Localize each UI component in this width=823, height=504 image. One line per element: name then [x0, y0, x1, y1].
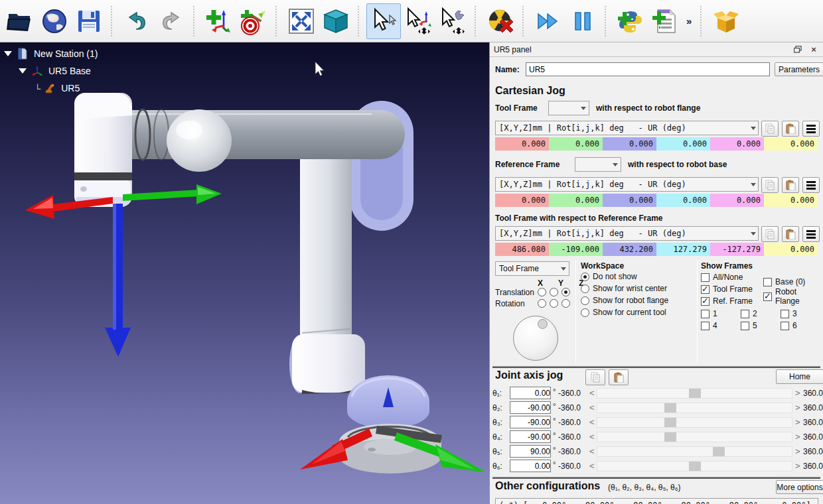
pose-x-value[interactable]: 486.080 — [495, 243, 549, 256]
jog-plus-arrow[interactable]: > — [795, 461, 800, 471]
pose-rz-value[interactable]: 0.000 — [764, 137, 818, 151]
pose-y-value[interactable]: -109.000 — [549, 243, 603, 256]
add-python-program-button[interactable] — [613, 3, 648, 39]
slider-handle[interactable] — [664, 418, 676, 427]
slider-handle[interactable] — [664, 432, 676, 442]
tree-item-label[interactable]: UR5 Base — [48, 66, 91, 76]
move-reference-frame-button[interactable] — [401, 3, 435, 39]
pose-rx-value[interactable]: 127.279 — [656, 243, 710, 256]
paste-pose-button[interactable] — [782, 226, 799, 242]
tree-item-station[interactable]: New Station (1) — [0, 45, 98, 62]
checkbox-icon[interactable] — [701, 310, 710, 318]
pose-menu-button[interactable] — [802, 177, 820, 193]
reference-frame-select[interactable] — [575, 157, 621, 172]
translation-y-radio[interactable] — [550, 288, 558, 296]
show-frames-checkbox[interactable]: Base (0) — [763, 276, 805, 288]
checkbox-icon[interactable] — [741, 310, 749, 318]
copy-pose-button[interactable] — [761, 226, 779, 242]
workspace-option[interactable]: Do not show — [581, 271, 695, 283]
pose-ry-value[interactable]: 0.000 — [710, 194, 764, 207]
radio-icon[interactable] — [581, 296, 589, 305]
jog-frame-select[interactable]: Tool Frame — [495, 261, 569, 276]
joint-slider[interactable] — [597, 417, 792, 428]
radio-icon[interactable] — [581, 284, 589, 293]
tool-frame-select[interactable] — [548, 101, 589, 115]
pose-x-value[interactable]: 0.000 — [495, 194, 549, 207]
joint-slider[interactable] — [597, 432, 792, 442]
open-button[interactable] — [3, 3, 37, 39]
translation-x-radio[interactable] — [538, 288, 546, 296]
pose-rx-value[interactable]: 0.000 — [656, 137, 710, 151]
pose-y-value[interactable]: 0.000 — [549, 194, 603, 207]
jog-minus-arrow[interactable]: < — [589, 403, 595, 412]
show-frames-checkbox[interactable]: All/None — [701, 271, 743, 283]
checkbox-icon[interactable] — [701, 273, 710, 282]
3d-viewport[interactable]: New Station (1) UR5 Base └ UR5 — [0, 42, 489, 504]
pose-ry-value[interactable]: 0.000 — [710, 137, 764, 151]
paste-pose-button[interactable] — [782, 121, 799, 137]
select-button[interactable] — [366, 3, 401, 39]
rotation-z-radio[interactable] — [561, 299, 570, 308]
joint-4-input[interactable] — [510, 430, 551, 443]
jog-plus-arrow[interactable]: > — [795, 446, 800, 456]
show-frames-checkbox[interactable]: 4 — [701, 320, 717, 332]
radio-icon[interactable] — [581, 308, 589, 317]
rotation-y-radio[interactable] — [550, 299, 558, 308]
checkbox-icon[interactable] — [701, 285, 710, 294]
pose-rz-value[interactable]: 0.000 — [764, 194, 818, 207]
jog-minus-arrow[interactable]: < — [589, 446, 595, 456]
show-frames-checkbox[interactable]: Tool Frame — [701, 283, 753, 295]
paste-pose-button[interactable] — [782, 177, 799, 193]
pose-y-value[interactable]: 0.000 — [549, 137, 603, 151]
pose-rz-value[interactable]: 0.000 — [764, 243, 818, 256]
close-panel-icon[interactable]: × — [808, 45, 819, 54]
more-options-button[interactable]: More options — [776, 480, 823, 494]
jog-plus-arrow[interactable]: > — [795, 417, 800, 427]
show-frames-checkbox[interactable]: Robot Flange — [763, 290, 822, 302]
workspace-option[interactable]: Show for current tool — [581, 306, 695, 318]
joint-slider[interactable] — [597, 403, 792, 413]
redo-button[interactable] — [154, 3, 188, 39]
joint-slider[interactable] — [597, 388, 792, 399]
tree-item-ur5[interactable]: └ UR5 — [0, 80, 98, 97]
joint-slider[interactable] — [597, 461, 792, 472]
show-frames-checkbox[interactable]: 1 — [701, 308, 717, 320]
float-panel-icon[interactable] — [792, 45, 803, 54]
slider-handle[interactable] — [664, 403, 676, 412]
show-frames-checkbox[interactable]: 6 — [781, 320, 797, 332]
section-splitter[interactable] — [492, 477, 820, 479]
checkbox-icon[interactable] — [701, 322, 710, 330]
home-button[interactable]: Home — [776, 369, 823, 384]
checkbox-icon[interactable] — [781, 310, 789, 318]
checkbox-icon[interactable] — [741, 322, 749, 330]
name-input[interactable] — [526, 62, 770, 76]
tree-item-ur5-base[interactable]: UR5 Base — [0, 62, 98, 80]
checkbox-icon[interactable] — [781, 322, 789, 330]
collapse-arrow-icon[interactable] — [19, 68, 27, 74]
jog-minus-arrow[interactable]: < — [589, 461, 595, 471]
jog-plus-arrow[interactable]: > — [795, 403, 800, 412]
tree-item-label[interactable]: New Station (1) — [34, 48, 98, 59]
pose-menu-button[interactable] — [802, 121, 820, 137]
slider-handle[interactable] — [689, 389, 701, 398]
toolbar-overflow-button[interactable]: » — [682, 15, 696, 27]
pose-z-value[interactable]: 0.000 — [603, 137, 656, 151]
parameters-button[interactable]: Parameters — [775, 62, 823, 76]
checkbox-icon[interactable] — [763, 292, 772, 301]
move-tool-button[interactable] — [435, 3, 470, 39]
pose-ry-value[interactable]: -127.279 — [710, 243, 764, 256]
radio-icon[interactable] — [581, 273, 589, 281]
pose-menu-button[interactable] — [802, 226, 820, 242]
jog-plus-arrow[interactable]: > — [795, 388, 800, 398]
fast-simulation-button[interactable] — [531, 3, 565, 39]
fit-view-button[interactable] — [284, 3, 319, 39]
slider-handle[interactable] — [713, 447, 725, 456]
joint-6-input[interactable] — [510, 460, 551, 472]
copy-joints-button[interactable] — [585, 369, 605, 385]
jog-knob[interactable] — [513, 316, 558, 361]
checkbox-icon[interactable] — [701, 297, 710, 306]
isometric-view-button[interactable] — [319, 3, 353, 39]
copy-pose-button[interactable] — [761, 121, 779, 137]
joint-3-input[interactable] — [510, 416, 551, 428]
package-library-button[interactable] — [709, 3, 743, 39]
